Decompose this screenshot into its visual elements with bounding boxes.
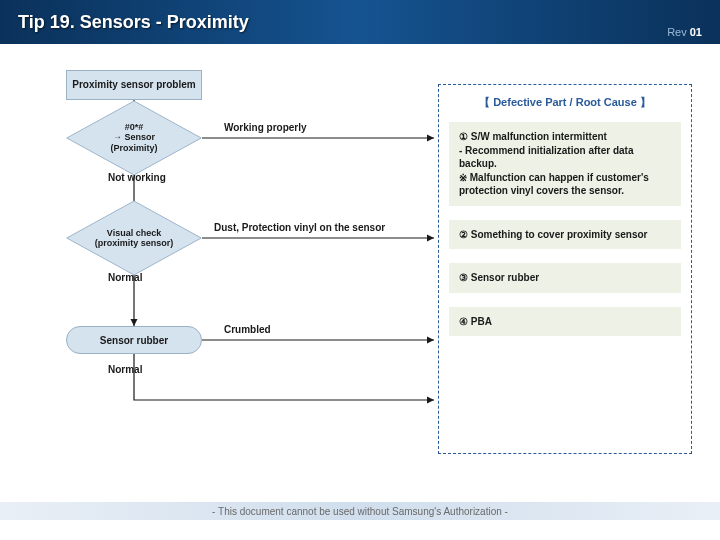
edge-normal-2: Normal	[108, 364, 142, 375]
edge-dust-vinyl: Dust, Protection vinyl on the sensor	[214, 222, 385, 233]
panel-title: 【 Defective Part / Root Cause 】	[449, 95, 681, 110]
slide-header: Tip 19. Sensors - Proximity Rev 01	[0, 0, 720, 44]
cause-3: ③ Sensor rubber	[449, 263, 681, 293]
cause-1: ① S/W malfunction intermittent - Recomme…	[449, 122, 681, 206]
cause-2: ② Something to cover proximity sensor	[449, 220, 681, 250]
decision-label: #0*# → Sensor (Proximity)	[66, 122, 202, 153]
edge-normal-1: Normal	[108, 272, 142, 283]
decision-visual-check: Visual check (proximity sensor)	[66, 214, 202, 262]
node-sensor-rubber: Sensor rubber	[66, 326, 202, 354]
slide-title: Tip 19. Sensors - Proximity	[18, 12, 249, 33]
flow-start: Proximity sensor problem	[66, 70, 202, 100]
edge-working-properly: Working properly	[224, 122, 307, 133]
cause-4: ④ PBA	[449, 307, 681, 337]
footer-text: - This document cannot be used without S…	[0, 506, 720, 517]
root-cause-panel: 【 Defective Part / Root Cause 】 ① S/W ma…	[438, 84, 692, 454]
decision-label: Visual check (proximity sensor)	[66, 228, 202, 249]
edge-crumbled: Crumbled	[224, 324, 271, 335]
edge-not-working: Not working	[108, 172, 166, 183]
revision-label: Rev 01	[667, 26, 702, 38]
decision-sensor-test: #0*# → Sensor (Proximity)	[66, 114, 202, 162]
flowchart-canvas: Proximity sensor problem #0*# → Sensor (…	[0, 44, 720, 500]
